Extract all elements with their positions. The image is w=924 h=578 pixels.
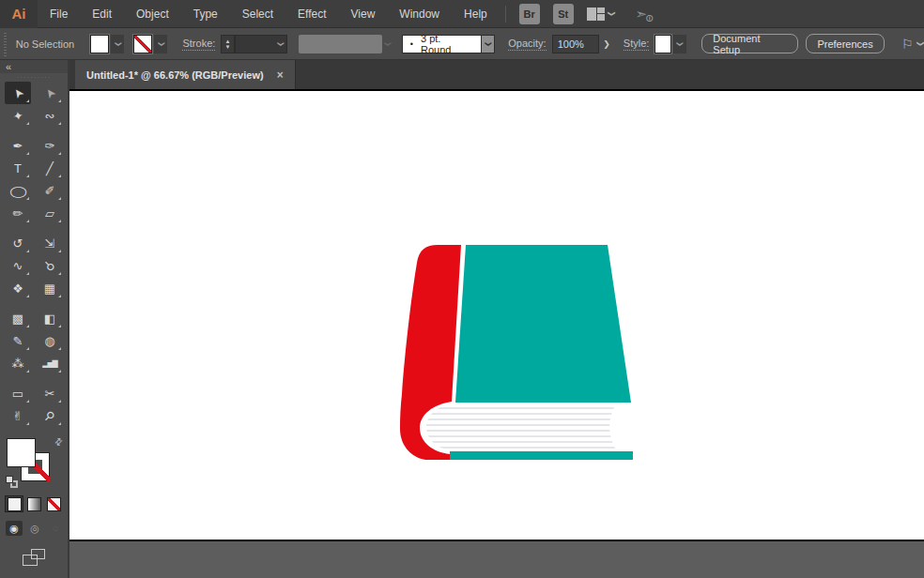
- align-pixel-grid-icon[interactable]: ⚐: [901, 37, 914, 52]
- symbol-sprayer-tool[interactable]: ⁂: [5, 352, 31, 374]
- fill-color-dropdown[interactable]: ❯: [111, 35, 124, 53]
- stroke-color-swatch[interactable]: [133, 35, 152, 53]
- width-profile-chevron-icon: ❯: [384, 41, 392, 47]
- menu-item-select[interactable]: Select: [230, 0, 285, 27]
- fill-color-swatch[interactable]: [90, 35, 109, 53]
- style-label[interactable]: Style:: [624, 38, 650, 51]
- tools-collapse-button[interactable]: «: [0, 60, 68, 73]
- document-tab-bar: Untitled-1* @ 66.67% (RGB/Preview) ×: [69, 60, 924, 89]
- opacity-label[interactable]: Opacity:: [508, 38, 546, 51]
- eraser-tool[interactable]: ▱: [37, 202, 63, 224]
- brush-definition-chevron[interactable]: ❯: [482, 35, 495, 53]
- eyedropper-tool[interactable]: ✎: [5, 329, 31, 352]
- brush-definition-combo[interactable]: • 3 pt. Round ❯: [402, 35, 495, 53]
- column-graph-tool[interactable]: ▂▅▇: [37, 352, 63, 374]
- type-tool[interactable]: T: [5, 157, 31, 179]
- zoom-tool[interactable]: ⚲: [37, 404, 63, 427]
- drawing-mode-buttons: ◉◎○: [0, 511, 68, 536]
- menu-item-edit[interactable]: Edit: [80, 0, 124, 27]
- shape-builder-tool[interactable]: ❖: [5, 277, 31, 299]
- menu-item-type[interactable]: Type: [181, 0, 230, 27]
- menubar-separator: [505, 6, 506, 23]
- artboard-tool[interactable]: ▭: [5, 382, 31, 404]
- document-setup-button[interactable]: Document Setup: [701, 34, 798, 53]
- screen-mode-button[interactable]: [23, 549, 45, 566]
- swap-fill-stroke-icon[interactable]: ⇄: [52, 435, 65, 449]
- menu-items: FileEditObjectTypeSelectEffectViewWindow…: [38, 0, 500, 27]
- control-bar: No Selection ❯ ❯ Stroke: ▴▾ ❯ ❯ • 3 pt. …: [0, 28, 924, 60]
- bridge-button[interactable]: Br: [519, 4, 540, 24]
- draw-normal-button[interactable]: ◉: [6, 521, 23, 536]
- illustrator-window: { "window": { "app_logo": "Ai" }, "menu_…: [0, 0, 924, 578]
- perspective-grid-tool[interactable]: ▦: [37, 277, 63, 299]
- menu-item-object[interactable]: Object: [124, 0, 181, 27]
- selection-tool[interactable]: ➤: [5, 82, 31, 104]
- brush-definition-value: 3 pt. Round: [421, 33, 471, 55]
- book-illustration[interactable]: [397, 242, 634, 462]
- document-tab-title: Untitled-1* @ 66.67% (RGB/Preview): [86, 69, 264, 81]
- tools-panel: « ·········· ➤➤✦∾✒✑T╱◯✐✏▱↺⇲∿⚲❖▦▩◧✎◍⁂▂▅▇▭…: [0, 60, 69, 578]
- menu-item-help[interactable]: Help: [452, 0, 500, 27]
- rotate-tool[interactable]: ↺: [5, 232, 31, 254]
- direct-selection-tool[interactable]: ➤: [37, 82, 63, 104]
- book-pages-shape: [426, 403, 617, 451]
- app-background: [69, 541, 924, 578]
- width-profile-dropdown: [299, 35, 382, 53]
- line-segment-tool[interactable]: ╱: [37, 157, 63, 179]
- stroke-weight-dropdown[interactable]: ❯: [235, 35, 287, 53]
- none-mode-button[interactable]: [45, 496, 62, 511]
- workspace-chevron-icon[interactable]: ❯: [608, 10, 616, 17]
- sync-settings-icon[interactable]: ➣⏼: [635, 6, 647, 23]
- stock-button[interactable]: St: [553, 4, 574, 24]
- selection-status: No Selection: [16, 38, 76, 50]
- menu-item-file[interactable]: File: [38, 0, 80, 27]
- illustrator-logo: Ai: [0, 0, 38, 28]
- menu-item-window[interactable]: Window: [387, 0, 452, 27]
- document-tab[interactable]: Untitled-1* @ 66.67% (RGB/Preview) ×: [75, 60, 296, 89]
- control-bar-grip[interactable]: [2, 32, 8, 56]
- gradient-tool[interactable]: ◧: [37, 307, 63, 329]
- stroke-label[interactable]: Stroke:: [182, 38, 215, 51]
- puppet-warp-tool[interactable]: ⚲: [37, 254, 63, 277]
- pixel-grid-chevron-icon[interactable]: ❯: [916, 40, 924, 47]
- book-backcover-shape: [450, 451, 633, 460]
- lasso-tool[interactable]: ∾: [37, 104, 63, 127]
- artboard-canvas[interactable]: [69, 89, 924, 541]
- fill-stroke-indicator: ⇄: [4, 436, 64, 491]
- opacity-arrow-icon[interactable]: ❯: [603, 39, 610, 49]
- ellipse-tool[interactable]: ◯: [5, 179, 31, 202]
- tools-panel-grip[interactable]: ··········: [0, 73, 68, 82]
- hand-tool[interactable]: ✌: [5, 404, 31, 427]
- style-dropdown[interactable]: ❯: [673, 35, 686, 53]
- shaper-tool[interactable]: ✏: [5, 202, 31, 224]
- menu-bar: Ai FileEditObjectTypeSelectEffectViewWin…: [0, 0, 924, 28]
- blend-tool[interactable]: ◍: [37, 329, 63, 352]
- menu-item-effect[interactable]: Effect: [285, 0, 338, 27]
- scale-tool[interactable]: ⇲: [37, 232, 63, 254]
- paintbrush-tool[interactable]: ✐: [37, 179, 63, 202]
- tool-grid: ➤➤✦∾✒✑T╱◯✐✏▱↺⇲∿⚲❖▦▩◧✎◍⁂▂▅▇▭✂✌⚲: [0, 82, 68, 434]
- slice-tool[interactable]: ✂: [37, 382, 63, 404]
- width-tool[interactable]: ∿: [5, 254, 31, 277]
- draw-inside-button: ○: [47, 521, 64, 536]
- brush-dot-icon: •: [410, 39, 413, 49]
- mesh-tool[interactable]: ▩: [5, 307, 31, 329]
- fill-indicator-swatch[interactable]: [7, 438, 36, 467]
- gradient-mode-button[interactable]: [25, 496, 42, 511]
- color-mode-buttons: [0, 491, 68, 511]
- stroke-color-dropdown[interactable]: ❯: [154, 35, 167, 53]
- stroke-weight-stepper[interactable]: ▴▾: [221, 35, 235, 53]
- style-swatch[interactable]: [654, 35, 671, 53]
- default-fill-stroke-icon[interactable]: [6, 476, 18, 488]
- color-mode-button[interactable]: [6, 496, 23, 511]
- draw-behind-button[interactable]: ◎: [26, 521, 43, 536]
- pen-tool[interactable]: ✒: [5, 134, 31, 157]
- menu-item-view[interactable]: View: [339, 0, 388, 27]
- tab-close-icon[interactable]: ×: [277, 68, 284, 82]
- curvature-tool[interactable]: ✑: [37, 134, 63, 157]
- preferences-button[interactable]: Preferences: [806, 34, 884, 53]
- magic-wand-tool[interactable]: ✦: [5, 104, 31, 127]
- workspace-switcher-icon[interactable]: [587, 8, 605, 21]
- opacity-input[interactable]: 100%: [552, 35, 600, 53]
- book-cover-shape: [455, 245, 631, 403]
